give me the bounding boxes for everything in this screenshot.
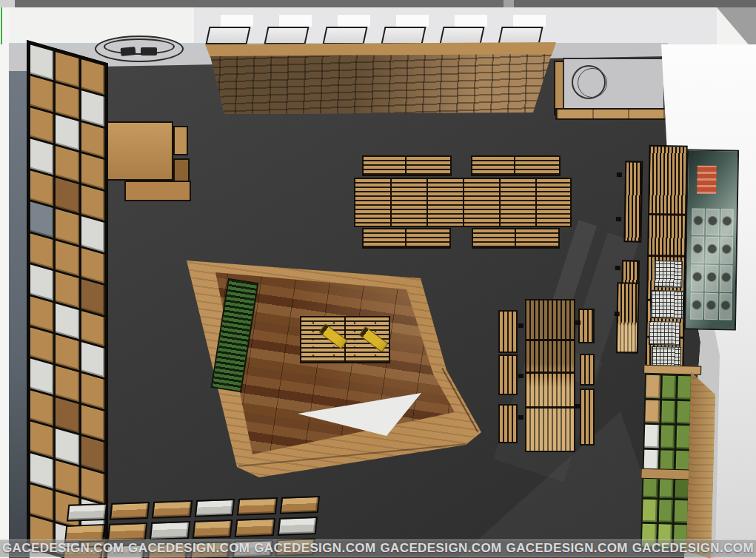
display-table [362,228,451,249]
watermark-band: GACEDESIGN.COM GACEDESIGN.COM GACEDESIGN… [0,539,756,557]
skylight-glow [279,15,312,27]
shelf-cell [235,518,275,537]
table-divider [390,179,392,226]
left-cubby-wall [27,40,108,558]
shelf-cell [56,303,78,339]
watermark-text: GACEDESIGN.COM [2,541,124,556]
shelf-cell [81,373,104,409]
table-divider [526,372,574,374]
shelf-cell [81,216,104,252]
shelf-cell [277,517,318,535]
desk-step [124,181,191,201]
shelf-cell [81,405,104,440]
poster-image-grid [690,209,734,320]
connector-nub [575,404,581,409]
shelf-cell [81,185,104,221]
top-band-gap [504,0,514,7]
connector-nub [518,323,523,328]
skylight-frame [322,27,367,44]
watermark-text: GACEDESIGN.COM [380,541,501,556]
watermark-text: GACEDESIGN.COM [632,541,754,556]
shelf-cell [81,279,104,315]
shelf-divider [649,255,684,258]
top-band-left [15,0,504,7]
shelf-cell [30,233,53,269]
connector-nub [615,266,620,270]
shelf-cell [719,265,732,292]
connector-nub [575,320,581,325]
green-shelf-side-panel [686,372,717,558]
shelf-cell [81,248,104,283]
watermark-text: GACEDESIGN.COM [128,541,250,556]
shelf-cell [30,170,53,206]
yellow-display-item [358,326,388,352]
watermark-text: GACEDESIGN.COM [506,541,628,556]
shelf-cell [81,91,104,127]
shelf-cell [660,426,675,448]
shelf-column-segment [616,282,640,354]
table-divider [535,179,537,226]
skylight-glow [513,15,546,27]
shelf-column-segment [623,161,643,242]
shelf-cell [56,429,78,465]
table-divider [526,406,574,409]
skylight-glow [455,15,487,27]
shelf-cell [678,401,692,424]
shelf-cell [677,426,691,448]
shelf-cell [692,209,705,235]
skylight-glow [338,15,370,27]
shelf-cell [56,84,78,119]
shelf-cell [644,425,658,448]
wire-basket [649,321,680,346]
skylight-frame [205,27,250,44]
shelf-cell [30,202,53,238]
shelf-cell [30,139,53,175]
shelf-cell [56,460,78,496]
shelf-cell [152,500,193,519]
skylight-glow [396,15,429,27]
shelf-cell [56,178,78,213]
shelf-cell [279,496,320,514]
shelf-cell [107,522,147,541]
shelf-cell [81,311,104,346]
display-table-large [354,178,572,227]
shelf-cell [81,468,104,503]
skylight-frame [381,27,426,44]
shelf-cell [706,209,719,235]
wire-basket [654,260,683,288]
desk-wing [173,126,188,155]
display-table [471,155,561,176]
shelf-cell [661,400,675,423]
table-divider [426,179,428,226]
table-divider [514,157,515,175]
bench [580,354,595,386]
green-shelf-grid [640,374,694,550]
shelf-cell [56,209,78,244]
yellow-display-item [318,323,347,349]
shelf-cell [56,115,78,150]
connector-nub [615,312,620,316]
left-wall-white [0,7,9,558]
shelf-cell [678,376,692,399]
bench [578,309,595,343]
shelf-cell [109,502,150,520]
shelf-cell [30,296,53,332]
bench [580,389,595,446]
skylight-glow [221,15,253,27]
shelf-cell [81,122,104,158]
table-divider [499,179,501,226]
shelf-column-main [645,145,687,369]
axis-line [1,7,2,44]
shelf-cell [56,147,78,182]
display-table-tall [525,299,575,452]
connector-nub [617,172,622,177]
shelf-cell [645,400,659,423]
shelf-cell [192,520,233,538]
shelf-cell [30,453,53,488]
shelf-cell [662,375,676,398]
shelf-cell [56,335,78,370]
top-band-right [514,0,756,7]
poster-red-label [697,166,717,194]
top-band-corner [0,0,15,7]
watermark-text: GACEDESIGN.COM [254,541,375,556]
